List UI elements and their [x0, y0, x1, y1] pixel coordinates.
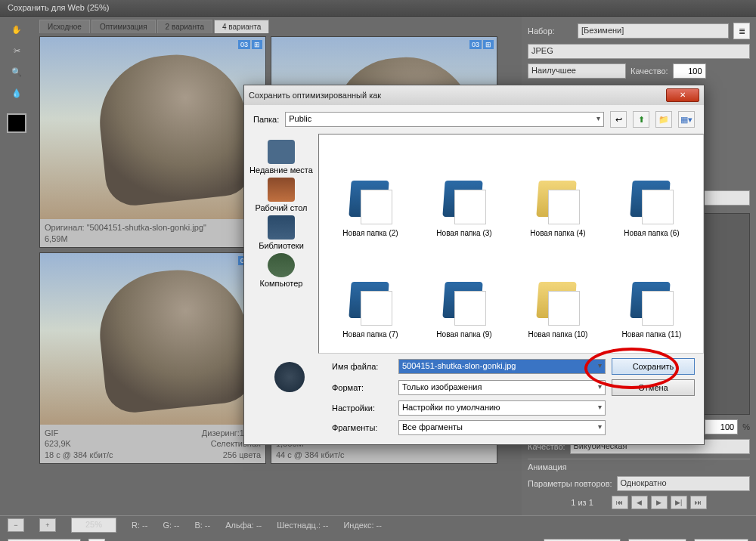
tab-original[interactable]: Исходное: [39, 20, 90, 33]
play-button[interactable]: ▶: [651, 496, 668, 509]
folder-select[interactable]: Public: [285, 112, 604, 127]
dialog-title: Сохранить оптимизированный как: [249, 91, 666, 100]
folder-label: Новая папка (2): [342, 229, 398, 237]
status-b: B: --: [194, 521, 210, 530]
prev-frame-button[interactable]: ◀: [631, 496, 648, 509]
foreground-swatch[interactable]: [7, 113, 26, 133]
folder-label: Новая папка (10): [528, 330, 588, 339]
repeat-label: Параметры повторов:: [528, 479, 612, 488]
tab-optimized[interactable]: Оптимизация: [91, 20, 156, 33]
status-bar: − + 25% R: -- G: -- B: -- Альфа: -- Шест…: [0, 515, 756, 534]
folder-icon: [531, 170, 584, 226]
folder-item[interactable]: Новая папка (7): [325, 240, 416, 339]
footer: Просмотр... 🌐 Сохранить... Отмена Готово: [0, 534, 756, 541]
folder-icon: [438, 271, 491, 327]
folder-item[interactable]: Новая папка (9): [419, 240, 510, 339]
quality-preset-select[interactable]: Наилучшее: [528, 63, 626, 79]
status-hex: Шестнадц.: --: [277, 521, 328, 530]
folder-label: Новая папка (7): [342, 330, 398, 339]
folder-icon: [531, 271, 584, 327]
preset-select[interactable]: [Безимени]: [578, 23, 729, 39]
folder-item[interactable]: Новая папка (10): [513, 240, 603, 339]
status-r: R: --: [132, 521, 147, 530]
tab-2up[interactable]: 2 варианта: [157, 20, 212, 33]
slice-badge: 03: [238, 40, 250, 49]
file-list[interactable]: Новая папка (2)Новая папка (3)Новая папк…: [318, 134, 704, 354]
preset-label: Набор:: [528, 26, 573, 36]
status-g: G: --: [163, 521, 179, 530]
folder-item[interactable]: Новая папка (11): [606, 240, 697, 339]
format-label: Формат:: [332, 383, 392, 392]
panel-meta: Оригинал: "5004151-shutka-slon-gonki.jpg…: [40, 219, 265, 247]
hand-tool-icon[interactable]: ✋: [8, 21, 25, 38]
folder-icon: [625, 271, 678, 327]
back-icon[interactable]: ↩: [610, 111, 627, 128]
tab-4up[interactable]: 4 варианта: [214, 20, 269, 33]
first-frame-button[interactable]: ⏮: [612, 496, 628, 509]
quality-input[interactable]: [673, 63, 706, 79]
up-folder-icon[interactable]: ⬆: [633, 111, 649, 128]
save-dialog: Сохранить оптимизированный как ✕ Папка: …: [243, 85, 705, 445]
folder-item[interactable]: Новая папка (3): [419, 139, 510, 237]
view-mode-icon[interactable]: ▦▾: [678, 111, 695, 128]
slice-icon: ⊞: [252, 40, 262, 49]
preview-panel[interactable]: 03⊞ Дизеринг:100%GIF Селективная623,9K 2…: [39, 252, 266, 464]
folder-item[interactable]: Новая папка (6): [606, 139, 697, 237]
new-folder-icon[interactable]: 📁: [655, 111, 672, 128]
folder-icon: [344, 271, 397, 327]
zoom-out-button[interactable]: −: [8, 518, 24, 532]
status-index: Индекс: --: [343, 521, 381, 530]
next-frame-button[interactable]: ▶|: [671, 496, 687, 509]
repeat-select[interactable]: Однократно: [617, 476, 750, 491]
folder-icon: [344, 170, 397, 226]
view-tabs: Исходное Оптимизация 2 варианта 4 вариан…: [33, 17, 522, 33]
folder-item[interactable]: Новая папка (4): [513, 139, 603, 237]
slice-icon: ⊞: [483, 40, 494, 49]
zoom-in-button[interactable]: +: [39, 518, 56, 532]
place-desktop[interactable]: Рабочий стол: [255, 178, 307, 212]
window-title: Сохранить для Web (25%): [8, 3, 109, 12]
fragments-label: Фрагменты:: [332, 423, 392, 432]
dialog-close-button[interactable]: ✕: [666, 88, 699, 102]
places-bar: Недавние места Рабочий стол Библиотеки К…: [244, 134, 318, 354]
dialog-cancel-button[interactable]: Отмена: [612, 379, 695, 396]
percent-symbol: %: [742, 422, 750, 431]
filename-input[interactable]: 5004151-shutka-slon-gonki.jpg: [398, 359, 606, 374]
window-titlebar: Сохранить для Web (25%): [0, 0, 756, 17]
format-select[interactable]: Только изображения: [398, 380, 606, 395]
menu-icon[interactable]: ≣: [733, 23, 750, 39]
size-percent-input[interactable]: [705, 419, 738, 434]
folder-label: Новая папка (6): [624, 229, 679, 237]
folder-label: Новая папка (4): [530, 229, 585, 237]
folder-item[interactable]: Новая папка (2): [325, 139, 416, 237]
eyedropper-tool-icon[interactable]: 💧: [8, 85, 25, 101]
place-computer[interactable]: Компьютер: [260, 253, 303, 288]
zoom-tool-icon[interactable]: 🔍: [8, 63, 25, 80]
quality-label: Качество:: [631, 66, 668, 76]
format-select[interactable]: JPEG: [528, 44, 750, 59]
folder-label: Новая папка (11): [622, 330, 682, 339]
frame-counter: 1 из 1: [571, 498, 593, 507]
tool-column: ✋ ✂ 🔍 💧: [0, 17, 33, 515]
folder-icon: [625, 170, 678, 226]
slice-badge: 03: [469, 40, 482, 49]
place-recent[interactable]: Недавние места: [249, 140, 313, 175]
folder-label: Новая папка (3): [436, 229, 491, 237]
animation-header: Анимация: [528, 459, 750, 475]
last-frame-button[interactable]: ⏭: [690, 496, 707, 509]
fragments-select[interactable]: Все фрагменты: [398, 420, 606, 435]
status-alpha: Альфа: --: [225, 521, 262, 530]
panel-meta: Дизеринг:100%GIF Селективная623,9K 256 ц…: [40, 425, 265, 463]
slice-tool-icon[interactable]: ✂: [8, 42, 25, 59]
settings-label: Настройки:: [332, 403, 392, 413]
dialog-save-button[interactable]: Сохранить: [612, 358, 695, 375]
preview-panel[interactable]: 03⊞ Оригинал: "5004151-shutka-slon-gonki…: [39, 36, 266, 248]
settings-gear-icon[interactable]: [274, 362, 305, 392]
filename-label: Имя файла:: [332, 362, 392, 371]
folder-label: Папка:: [253, 115, 279, 124]
place-libraries[interactable]: Библиотеки: [259, 215, 304, 250]
zoom-select[interactable]: 25%: [71, 518, 116, 533]
settings-select[interactable]: Настройки по умолчанию: [398, 400, 606, 416]
folder-icon: [438, 170, 491, 226]
folder-label: Новая папка (9): [436, 330, 491, 339]
